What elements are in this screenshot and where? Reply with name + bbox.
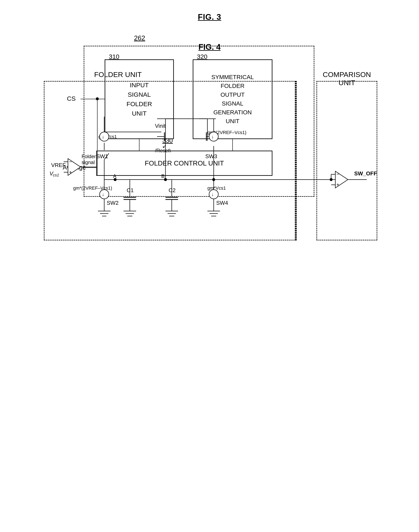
svg-text:B: B <box>161 173 165 179</box>
svg-point-76 <box>209 190 218 199</box>
svg-text:↓: ↓ <box>102 134 104 139</box>
svg-text:A: A <box>113 173 116 179</box>
svg-text:−: − <box>69 159 72 164</box>
svg-text:+: + <box>69 169 72 175</box>
svg-text:SW4: SW4 <box>216 200 228 206</box>
svg-text:SW1: SW1 <box>96 153 108 160</box>
svg-text:−: − <box>336 171 339 177</box>
svg-text:C2: C2 <box>169 187 176 193</box>
svg-point-34 <box>100 190 109 199</box>
svg-text:↓: ↓ <box>102 192 104 197</box>
svg-text:VREF: VREF <box>51 162 66 168</box>
svg-text:↓: ↓ <box>211 192 214 197</box>
fig3-title: FIG. 3 <box>17 13 402 22</box>
label-310: 310 <box>109 53 119 60</box>
fig4-section: FIG. 4 FOLDER UNIT COMPARISON UNIT VREF … <box>17 43 402 249</box>
svg-text:signal: signal <box>82 160 95 165</box>
svg-text:+: + <box>336 182 339 187</box>
label-320: 320 <box>197 53 207 60</box>
svg-text:/Reset\: /Reset\ <box>155 148 171 153</box>
circuit-svg: VREF − + V cs1 Folder signal <box>31 68 388 249</box>
label-262: 262 <box>134 34 145 42</box>
page: FIG. 3 262 CS Average 310 INPUT SIGNAL F… <box>0 0 419 532</box>
svg-text:SW2: SW2 <box>107 200 118 206</box>
svg-point-70 <box>209 132 218 141</box>
svg-text:SW_OFF: SW_OFF <box>354 170 377 177</box>
svg-text:gm*Vcs1: gm*Vcs1 <box>207 186 226 191</box>
svg-text:Folder: Folder <box>82 154 96 159</box>
fig4-diagram: FOLDER UNIT COMPARISON UNIT VREF − + <box>31 68 388 249</box>
svg-text:C1: C1 <box>127 187 134 193</box>
svg-text:↓: ↓ <box>211 134 214 139</box>
svg-point-16 <box>100 132 109 141</box>
svg-text:cs1: cs1 <box>53 173 59 177</box>
svg-text:SW3: SW3 <box>205 153 217 160</box>
svg-text:Vinit: Vinit <box>155 123 166 129</box>
